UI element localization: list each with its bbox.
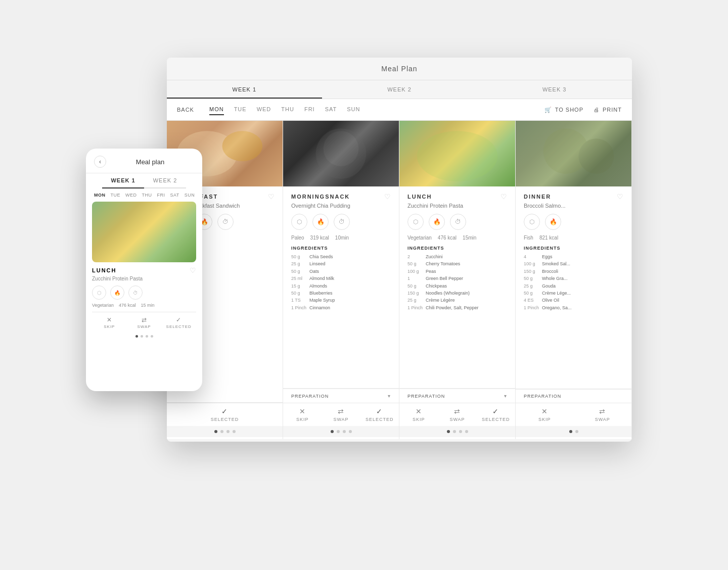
day-tab-wed[interactable]: WED xyxy=(257,104,271,115)
lunch-prep[interactable]: PREPARATION ▾ xyxy=(399,389,515,403)
dinner-swap-icon: ⇄ xyxy=(599,407,606,415)
snack-ing-8: 1 PinchCinnamon xyxy=(291,304,391,311)
meal-cards-container: BREAKFAST ♡ Quick Breakfast Sandwich ⬡ 🔥… xyxy=(167,121,632,439)
dinner-prep-label: PREPARATION xyxy=(524,394,561,399)
lunch-skip-icon: ✕ xyxy=(416,407,422,415)
mobile-dot-4 xyxy=(151,335,153,338)
print-button[interactable]: 🖨 PRINT xyxy=(594,107,622,113)
mobile-selected-action[interactable]: ✓ SELECTED xyxy=(161,316,196,329)
swap-label: SWAP xyxy=(333,417,348,422)
day-tab-tue[interactable]: TUE xyxy=(234,104,247,115)
mobile-lunch-name: Zucchini Protein Pasta xyxy=(92,276,196,281)
lunch-dot-2 xyxy=(453,430,456,433)
dinner-ing-2: 100 gSmoked Sal... xyxy=(524,260,623,267)
mobile-day-thu[interactable]: THU xyxy=(142,193,152,198)
mobile-day-fri[interactable]: FRI xyxy=(157,193,165,198)
mobile-lunch-tags: ⬡ 🔥 ⏱ xyxy=(92,286,196,300)
snack-dot-1 xyxy=(331,430,334,433)
check-icon-2: ✓ xyxy=(376,407,383,415)
print-icon: 🖨 xyxy=(594,107,600,113)
mobile-skip-action[interactable]: ✕ SKIP xyxy=(92,316,127,329)
lunch-bottom: PREPARATION ▾ ✕ SKIP ⇄ SWAP ✓ xyxy=(399,388,515,439)
dinner-swap-label: SWAP xyxy=(595,417,610,422)
snack-skip-action[interactable]: ✕ SKIP xyxy=(283,407,322,422)
snack-dots xyxy=(283,426,399,437)
mobile-lunch-kcal: 476 kcal xyxy=(119,303,136,308)
mobile-dot-3 xyxy=(146,335,148,338)
dinner-skip-label: SKIP xyxy=(538,417,551,422)
snack-ing-3: 50 gOats xyxy=(291,268,391,275)
to-shop-label: TO SHOP xyxy=(555,107,583,113)
lunch-ing-8: 1 PinchChili Powder, Salt, Pepper xyxy=(407,304,507,311)
lunch-heart-icon[interactable]: ♡ xyxy=(500,193,507,201)
dot-4 xyxy=(233,430,236,433)
lunch-type-row: LUNCH ♡ xyxy=(407,193,507,201)
dot-2 xyxy=(220,430,223,433)
snack-tags: ⬡ 🔥 ⏱ xyxy=(291,214,391,230)
dinner-actions: ✕ SKIP ⇄ SWAP xyxy=(516,403,631,426)
mobile-back-button[interactable]: ‹ xyxy=(94,156,106,168)
mobile-dot-2 xyxy=(141,335,143,338)
mobile-day-wed[interactable]: WED xyxy=(125,193,137,198)
lunch-swap-action[interactable]: ⇄ SWAP xyxy=(438,407,476,422)
lunch-ing-5: 50 gChickpeas xyxy=(407,282,507,290)
dinner-prep[interactable]: PREPARATION xyxy=(516,389,631,403)
snack-ingredients: INGREDIENTS 50 gChia Seeds 25 gLinseed 5… xyxy=(291,246,391,311)
breakfast-actions: ✓ SELECTED xyxy=(167,403,283,426)
snack-prep-label: PREPARATION xyxy=(291,394,329,399)
to-shop-button[interactable]: 🛒 TO SHOP xyxy=(544,107,583,113)
lunch-skip-action[interactable]: ✕ SKIP xyxy=(399,407,438,422)
back-button[interactable]: BACK xyxy=(177,107,194,113)
day-tab-mon[interactable]: MON xyxy=(209,104,224,115)
snack-swap-action[interactable]: ⇄ SWAP xyxy=(322,407,360,422)
snack-stats: Paleo 319 kcal 10min xyxy=(291,235,391,241)
dinner-ingredients: INGREDIENTS 4Eggs 100 gSmoked Sal... 150… xyxy=(524,246,623,311)
dinner-type-label: DINNER xyxy=(524,194,551,200)
mobile-day-mon[interactable]: MON xyxy=(94,193,106,198)
mobile-card-actions: ✕ SKIP ⇄ SWAP ✓ SELECTED xyxy=(92,312,196,331)
mobile-lunch-heart-icon[interactable]: ♡ xyxy=(190,266,196,274)
dinner-card: DINNER ♡ Broccoli Salmo... ⬡ 🔥 Fish 821 … xyxy=(516,121,632,439)
dinner-skip-action[interactable]: ✕ SKIP xyxy=(516,407,574,422)
mobile-week-tab-2[interactable]: WEEK 2 xyxy=(144,173,186,187)
day-tab-fri[interactable]: FRI xyxy=(304,104,315,115)
snack-prep[interactable]: PREPARATION ▾ xyxy=(283,389,399,403)
lunch-ing-title: INGREDIENTS xyxy=(407,246,507,251)
snack-name: Overnight Chia Pudding xyxy=(291,203,391,209)
mobile-day-sat[interactable]: SAT xyxy=(170,193,179,198)
snack-kcal-icon: 🔥 xyxy=(312,214,329,230)
lunch-selected-action[interactable]: ✓ SELECTED xyxy=(477,407,515,422)
mobile-swap-action[interactable]: ⇄ SWAP xyxy=(127,316,162,329)
day-tab-sat[interactable]: SAT xyxy=(325,104,337,115)
day-tab-sun[interactable]: SUN xyxy=(347,104,360,115)
lunch-kcal: 476 kcal xyxy=(438,235,457,241)
lunch-dot-1 xyxy=(447,430,450,433)
snack-actions: ✕ SKIP ⇄ SWAP ✓ SELECTED xyxy=(283,403,399,426)
skip-icon: ✕ xyxy=(299,407,306,415)
print-label: PRINT xyxy=(603,107,622,113)
day-tab-thu[interactable]: THU xyxy=(281,104,294,115)
snack-dot-4 xyxy=(349,430,352,433)
dinner-heart-icon[interactable]: ♡ xyxy=(617,193,623,201)
mobile-week-tab-1[interactable]: WEEK 1 xyxy=(102,173,144,187)
snack-heart-icon[interactable]: ♡ xyxy=(384,193,391,201)
snack-ing-6: 50 gBlueberries xyxy=(291,290,391,297)
breakfast-selected-action[interactable]: ✓ SELECTED xyxy=(167,407,283,422)
snack-selected-action[interactable]: ✓ SELECTED xyxy=(360,407,399,422)
lunch-name: Zucchini Protein Pasta xyxy=(407,203,507,209)
desktop-week-tab-2[interactable]: WEEK 2 xyxy=(322,80,477,99)
desktop-toolbar: BACK MON TUE WED THU FRI SAT SUN 🛒 TO SH… xyxy=(167,99,632,121)
desktop-week-tab-1[interactable]: WEEK 1 xyxy=(167,80,322,99)
mobile-back-icon: ‹ xyxy=(99,158,101,165)
dinner-dots xyxy=(516,426,631,437)
mobile-day-sun[interactable]: SUN xyxy=(185,193,195,198)
dinner-kcal-icon: 🔥 xyxy=(545,214,561,230)
dinner-swap-action[interactable]: ⇄ SWAP xyxy=(574,407,632,422)
desktop-week-tab-3[interactable]: WEEK 3 xyxy=(477,80,632,99)
lunch-tags: ⬡ 🔥 ⏱ xyxy=(407,214,507,230)
breakfast-heart-icon[interactable]: ♡ xyxy=(268,193,275,201)
mobile-day-tue[interactable]: TUE xyxy=(111,193,121,198)
dinner-ing-title: INGREDIENTS xyxy=(524,246,623,251)
mobile-skip-icon: ✕ xyxy=(107,316,112,323)
lunch-expand-icon: ▾ xyxy=(504,393,507,399)
